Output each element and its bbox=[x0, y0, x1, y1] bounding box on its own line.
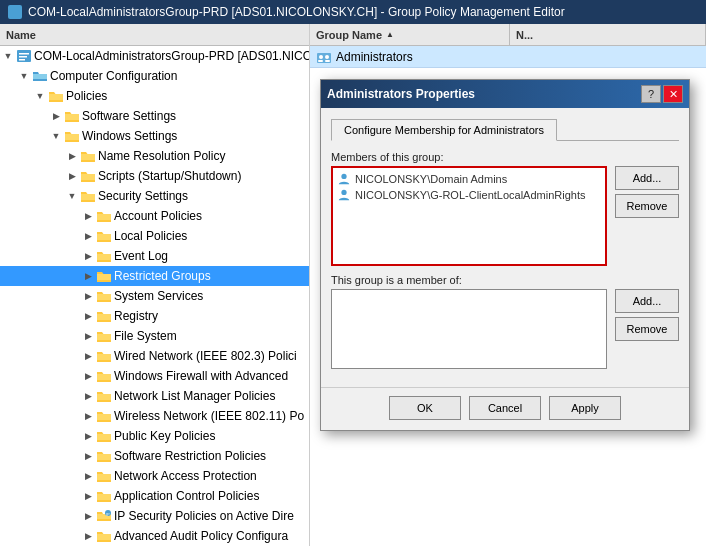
members-section: Members of this group: NICOLONSKY\Domain… bbox=[331, 151, 679, 266]
tree-label-public-key: Public Key Policies bbox=[114, 429, 215, 443]
tree-label-app-control: Application Control Policies bbox=[114, 489, 259, 503]
member-of-box-wrapper bbox=[331, 289, 607, 369]
tree-label-account-policies: Account Policies bbox=[114, 209, 202, 223]
tree-item-ip-security[interactable]: ▶IPIP Security Policies on Active Dire bbox=[0, 506, 309, 526]
tree-item-app-control[interactable]: ▶Application Control Policies bbox=[0, 486, 309, 506]
members-buttons: Add... Remove bbox=[615, 166, 679, 266]
tree-item-system-services[interactable]: ▶System Services bbox=[0, 286, 309, 306]
tree-item-wired-network[interactable]: ▶Wired Network (IEEE 802.3) Polici bbox=[0, 346, 309, 366]
tree-item-root[interactable]: ▼COM-LocalAdministratorsGroup-PRD [ADS01… bbox=[0, 46, 309, 66]
expand-btn-file-system[interactable]: ▶ bbox=[80, 328, 96, 344]
member-of-with-buttons: Add... Remove bbox=[331, 289, 679, 369]
expand-btn-account-policies[interactable]: ▶ bbox=[80, 208, 96, 224]
tree-item-security-settings[interactable]: ▼Security Settings bbox=[0, 186, 309, 206]
folder-icon-software-restriction bbox=[96, 448, 112, 464]
expand-btn-restricted-groups[interactable]: ▶ bbox=[80, 268, 96, 284]
tree-label-wired-network: Wired Network (IEEE 802.3) Polici bbox=[114, 349, 297, 363]
cancel-button[interactable]: Cancel bbox=[469, 396, 541, 420]
expand-btn-system-services[interactable]: ▶ bbox=[80, 288, 96, 304]
svg-point-11 bbox=[319, 55, 323, 59]
user-icon bbox=[337, 188, 351, 202]
folder-icon-windows-settings bbox=[64, 128, 80, 144]
tree-container: ▼COM-LocalAdministratorsGroup-PRD [ADS01… bbox=[0, 46, 309, 546]
folder-icon-windows-firewall bbox=[96, 368, 112, 384]
tree-item-local-policies[interactable]: ▶Local Policies bbox=[0, 226, 309, 246]
tree-item-event-log[interactable]: ▶Event Log bbox=[0, 246, 309, 266]
apply-button[interactable]: Apply bbox=[549, 396, 621, 420]
tree-label-wireless-network: Wireless Network (IEEE 802.11) Po bbox=[114, 409, 304, 423]
memberof-remove-button[interactable]: Remove bbox=[615, 317, 679, 341]
expand-btn-software-settings[interactable]: ▶ bbox=[48, 108, 64, 124]
expand-btn-network-list[interactable]: ▶ bbox=[80, 388, 96, 404]
tree-item-restricted-groups[interactable]: ▶Restricted Groups bbox=[0, 266, 309, 286]
expand-btn-wired-network[interactable]: ▶ bbox=[80, 348, 96, 364]
expand-btn-registry[interactable]: ▶ bbox=[80, 308, 96, 324]
tree-item-software-restriction[interactable]: ▶Software Restriction Policies bbox=[0, 446, 309, 466]
list-col-name[interactable]: Group Name ▲ bbox=[310, 24, 510, 45]
tree-item-software-settings[interactable]: ▶Software Settings bbox=[0, 106, 309, 126]
expand-btn-advanced-audit[interactable]: ▶ bbox=[80, 528, 96, 544]
folder-icon-file-system bbox=[96, 328, 112, 344]
expand-btn-local-policies[interactable]: ▶ bbox=[80, 228, 96, 244]
dialog-body: Configure Membership for Administrators … bbox=[321, 108, 689, 387]
members-label: Members of this group: bbox=[331, 151, 679, 163]
tree-item-wireless-network[interactable]: ▶Wireless Network (IEEE 802.11) Po bbox=[0, 406, 309, 426]
members-box-wrapper: NICOLONSKY\Domain AdminsNICOLONSKY\G-ROL… bbox=[331, 166, 607, 266]
tree-item-account-policies[interactable]: ▶Account Policies bbox=[0, 206, 309, 226]
folder-icon-app-control bbox=[96, 488, 112, 504]
tree-item-policies[interactable]: ▼Policies bbox=[0, 86, 309, 106]
folder-icon-security-settings bbox=[80, 188, 96, 204]
expand-btn-public-key[interactable]: ▶ bbox=[80, 428, 96, 444]
svg-rect-13 bbox=[318, 60, 323, 62]
tree-item-file-system[interactable]: ▶File System bbox=[0, 326, 309, 346]
tree-label-computer-config: Computer Configuration bbox=[50, 69, 177, 83]
expand-btn-root[interactable]: ▼ bbox=[0, 48, 16, 64]
tree-item-network-list[interactable]: ▶Network List Manager Policies bbox=[0, 386, 309, 406]
tree-item-advanced-audit[interactable]: ▶Advanced Audit Policy Configura bbox=[0, 526, 309, 546]
members-remove-button[interactable]: Remove bbox=[615, 194, 679, 218]
member-of-box[interactable] bbox=[331, 289, 607, 369]
tree-item-registry[interactable]: ▶Registry bbox=[0, 306, 309, 326]
expand-btn-windows-firewall[interactable]: ▶ bbox=[80, 368, 96, 384]
tree-panel: Name ▼COM-LocalAdministratorsGroup-PRD [… bbox=[0, 24, 310, 546]
tree-item-computer-config[interactable]: ▼Computer Configuration bbox=[0, 66, 309, 86]
expand-btn-scripts[interactable]: ▶ bbox=[64, 168, 80, 184]
members-add-button[interactable]: Add... bbox=[615, 166, 679, 190]
svg-rect-1 bbox=[19, 53, 29, 55]
folder-icon-event-log bbox=[96, 248, 112, 264]
tree-item-name-resolution[interactable]: ▶Name Resolution Policy bbox=[0, 146, 309, 166]
dialog-title: Administrators Properties bbox=[327, 87, 475, 101]
tree-item-network-access[interactable]: ▶Network Access Protection bbox=[0, 466, 309, 486]
tree-item-windows-firewall[interactable]: ▶Windows Firewall with Advanced bbox=[0, 366, 309, 386]
folder-icon-account-policies bbox=[96, 208, 112, 224]
expand-btn-network-access[interactable]: ▶ bbox=[80, 468, 96, 484]
tree-item-windows-settings[interactable]: ▼Windows Settings bbox=[0, 126, 309, 146]
memberof-add-button[interactable]: Add... bbox=[615, 289, 679, 313]
folder-icon-system-services bbox=[96, 288, 112, 304]
tree-label-local-policies: Local Policies bbox=[114, 229, 187, 243]
tree-label-name-resolution: Name Resolution Policy bbox=[98, 149, 225, 163]
folder-icon-restricted-groups bbox=[96, 268, 112, 284]
expand-btn-event-log[interactable]: ▶ bbox=[80, 248, 96, 264]
help-button[interactable]: ? bbox=[641, 85, 661, 103]
tree-item-public-key[interactable]: ▶Public Key Policies bbox=[0, 426, 309, 446]
expand-btn-ip-security[interactable]: ▶ bbox=[80, 508, 96, 524]
members-box[interactable]: NICOLONSKY\Domain AdminsNICOLONSKY\G-ROL… bbox=[331, 166, 607, 266]
expand-btn-computer-config[interactable]: ▼ bbox=[16, 68, 32, 84]
expand-btn-app-control[interactable]: ▶ bbox=[80, 488, 96, 504]
list-col-value[interactable]: N... bbox=[510, 24, 706, 45]
expand-btn-wireless-network[interactable]: ▶ bbox=[80, 408, 96, 424]
svg-point-16 bbox=[341, 190, 346, 195]
close-button[interactable]: ✕ bbox=[663, 85, 683, 103]
expand-btn-name-resolution[interactable]: ▶ bbox=[64, 148, 80, 164]
expand-btn-windows-settings[interactable]: ▼ bbox=[48, 128, 64, 144]
expand-btn-policies[interactable]: ▼ bbox=[32, 88, 48, 104]
expand-btn-security-settings[interactable]: ▼ bbox=[64, 188, 80, 204]
member-of-buttons: Add... Remove bbox=[615, 289, 679, 369]
expand-btn-software-restriction[interactable]: ▶ bbox=[80, 448, 96, 464]
member-entry: NICOLONSKY\G-ROL-ClientLocalAdminRights bbox=[337, 188, 601, 202]
ok-button[interactable]: OK bbox=[389, 396, 461, 420]
tab-configure-membership[interactable]: Configure Membership for Administrators bbox=[331, 119, 557, 141]
tree-item-scripts[interactable]: ▶Scripts (Startup/Shutdown) bbox=[0, 166, 309, 186]
list-item[interactable]: Administrators bbox=[310, 46, 706, 68]
